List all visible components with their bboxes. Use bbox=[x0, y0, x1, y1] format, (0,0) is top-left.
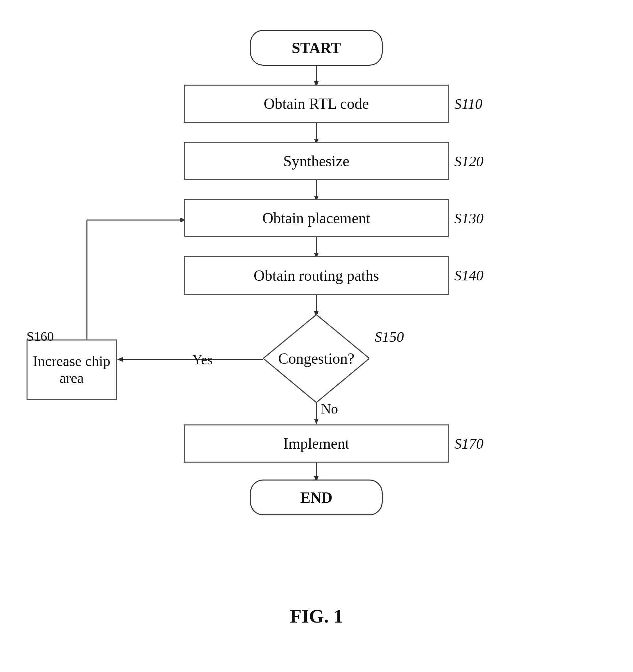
s120-label: S120 bbox=[454, 153, 483, 170]
s110-label: S110 bbox=[454, 96, 482, 113]
s150-label: S150 bbox=[375, 329, 404, 345]
s160-label: S160 bbox=[27, 329, 54, 344]
s140-node: Obtain routing paths bbox=[184, 256, 449, 295]
s170-node: Implement bbox=[184, 425, 449, 463]
figure-caption: FIG. 1 bbox=[0, 605, 633, 627]
svg-marker-16 bbox=[314, 419, 319, 425]
yes-label: Yes bbox=[192, 352, 212, 368]
flowchart-diagram: START Obtain RTL code S110 Synthesize S1… bbox=[0, 10, 633, 641]
s150-node: Congestion? bbox=[263, 315, 370, 403]
svg-marker-11 bbox=[117, 357, 123, 362]
s140-label: S140 bbox=[454, 267, 483, 284]
s130-node: Obtain placement bbox=[184, 199, 449, 237]
start-node: START bbox=[250, 30, 383, 66]
s130-label: S130 bbox=[454, 210, 483, 227]
s120-node: Synthesize bbox=[184, 142, 449, 180]
no-label: No bbox=[321, 401, 338, 417]
s110-node: Obtain RTL code bbox=[184, 85, 449, 123]
s170-label: S170 bbox=[454, 435, 483, 452]
s160-node: Increase chip area bbox=[27, 339, 117, 400]
end-node: END bbox=[250, 480, 383, 515]
